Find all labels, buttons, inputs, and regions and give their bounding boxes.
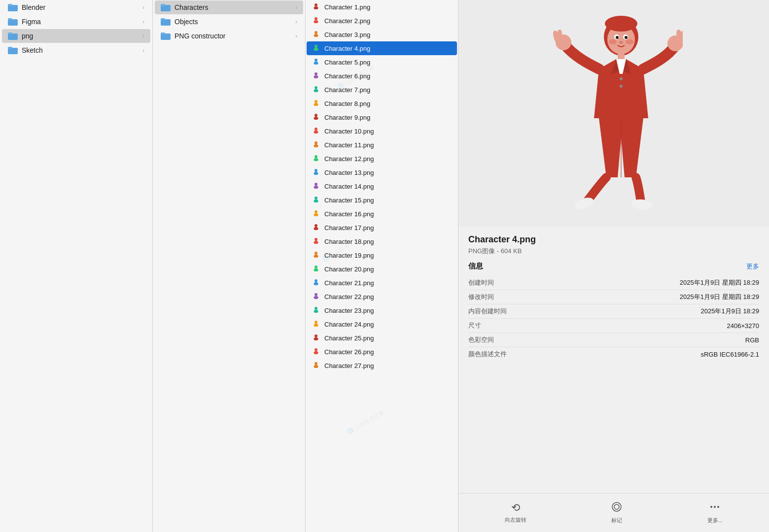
sidebar-item-characters[interactable]: Characters › xyxy=(155,0,303,14)
file-label: Character 21.png xyxy=(324,279,374,287)
file-title: Character 4.png xyxy=(468,234,759,245)
file-label: Character 25.png xyxy=(324,334,374,342)
file-item-char15[interactable]: Character 15.png xyxy=(307,193,457,207)
file-item-char27[interactable]: Character 27.png xyxy=(307,359,457,372)
file-item-char21[interactable]: Character 21.png xyxy=(307,276,457,290)
file-icon xyxy=(312,333,320,342)
file-item-char26[interactable]: Character 26.png xyxy=(307,345,457,359)
svg-point-14 xyxy=(315,3,317,6)
file-item-char5[interactable]: Character 5.png xyxy=(307,55,457,69)
info-row-value: sRGB IEC61966-2.1 xyxy=(700,351,759,358)
file-item-char3[interactable]: Character 3.png xyxy=(307,28,457,41)
chevron-icon: › xyxy=(295,33,297,39)
file-item-char10[interactable]: Character 10.png xyxy=(307,124,457,138)
sidebar-item-png-constructor[interactable]: PNG constructor › xyxy=(155,29,303,43)
file-label: Character 22.png xyxy=(324,293,374,300)
file-icon xyxy=(312,71,320,80)
more-actions-label: 更多... xyxy=(707,517,723,524)
info-row-key: 创建时间 xyxy=(468,278,494,287)
info-row: 修改时间2025年1月9日 星期四 18:29 xyxy=(468,290,759,304)
file-label: Character 17.png xyxy=(324,224,374,232)
file-icon xyxy=(312,361,320,370)
rotate-left-button[interactable]: ⟲ 向左旋转 xyxy=(499,499,532,526)
chevron-icon: › xyxy=(142,47,144,53)
file-item-char7[interactable]: Character 7.png xyxy=(307,83,457,97)
col3-scroll[interactable]: Character 1.pngCharacter 2.pngCharacter … xyxy=(306,0,458,532)
file-item-char17[interactable]: Character 17.png xyxy=(307,221,457,234)
sidebar-item-png[interactable]: png › xyxy=(2,29,150,43)
svg-point-66 xyxy=(315,183,317,186)
svg-point-58 xyxy=(315,155,317,158)
file-item-char6[interactable]: Character 6.png xyxy=(307,69,457,83)
file-label: Character 14.png xyxy=(324,183,374,190)
file-item-char11[interactable]: Character 11.png xyxy=(307,138,457,152)
sidebar-item-objects[interactable]: Objects › xyxy=(155,15,303,29)
file-icon xyxy=(312,113,320,122)
svg-point-129 xyxy=(609,39,617,44)
mark-button[interactable]: 标记 xyxy=(605,499,628,526)
file-label: Character 27.png xyxy=(324,362,374,369)
file-item-char25[interactable]: Character 25.png xyxy=(307,331,457,345)
file-item-char9[interactable]: Character 9.png xyxy=(307,110,457,124)
sidebar-item-blender[interactable]: Blender › xyxy=(2,0,150,14)
preview-panel: Character 4.png PNG图像 - 604 KB 信息 更多 创建时… xyxy=(458,0,769,532)
file-item-char8[interactable]: Character 8.png xyxy=(307,97,457,110)
file-icon xyxy=(312,320,320,329)
file-icon xyxy=(312,30,320,39)
file-icon xyxy=(312,99,320,108)
file-item-char23[interactable]: Character 23.png xyxy=(307,303,457,317)
file-item-char12[interactable]: Character 12.png xyxy=(307,152,457,166)
file-item-char2[interactable]: Character 2.png xyxy=(307,14,457,28)
preview-image-area xyxy=(458,0,769,227)
info-rows: 创建时间2025年1月9日 星期四 18:29修改时间2025年1月9日 星期四… xyxy=(468,276,759,361)
file-label: Character 11.png xyxy=(324,141,374,149)
info-row-key: 尺寸 xyxy=(468,321,481,330)
svg-point-94 xyxy=(315,279,317,282)
rotate-left-label: 向左旋转 xyxy=(505,516,526,524)
more-link[interactable]: 更多 xyxy=(746,262,759,271)
svg-rect-5 xyxy=(8,33,12,34)
file-label: Character 12.png xyxy=(324,155,374,163)
svg-point-134 xyxy=(620,85,623,88)
file-item-char1[interactable]: Character 1.png xyxy=(307,0,457,14)
svg-point-50 xyxy=(315,128,317,131)
file-item-char19[interactable]: Character 19.png xyxy=(307,248,457,262)
file-icon xyxy=(312,196,320,204)
file-item-char24[interactable]: Character 24.png xyxy=(307,317,457,331)
more-actions-button[interactable]: 更多... xyxy=(701,499,729,526)
file-item-char22[interactable]: Character 22.png xyxy=(307,290,457,303)
file-label: Character 5.png xyxy=(324,59,370,66)
svg-point-46 xyxy=(315,114,317,117)
chevron-icon: › xyxy=(142,4,144,10)
mark-icon xyxy=(611,501,622,515)
file-item-char13[interactable]: Character 13.png xyxy=(307,166,457,179)
file-item-char16[interactable]: Character 16.png xyxy=(307,207,457,221)
file-label: Character 20.png xyxy=(324,266,374,273)
file-icon xyxy=(312,58,320,66)
svg-point-106 xyxy=(315,321,317,324)
file-item-char18[interactable]: Character 18.png xyxy=(307,234,457,248)
info-row: 色彩空间RGB xyxy=(468,333,759,347)
svg-point-18 xyxy=(315,17,317,20)
file-icon xyxy=(312,140,320,149)
action-bar: ⟲ 向左旋转 标记 xyxy=(458,493,769,532)
file-item-char14[interactable]: Character 14.png xyxy=(307,179,457,193)
col1-scroll[interactable]: Blender › Figma › png › xyxy=(0,0,152,532)
file-icon xyxy=(312,44,320,53)
svg-rect-11 xyxy=(161,18,165,20)
info-row-key: 颜色描述文件 xyxy=(468,350,507,359)
sidebar-item-sketch[interactable]: Sketch › xyxy=(2,43,150,57)
info-row-value: 2406×3270 xyxy=(727,322,759,330)
file-item-char4[interactable]: Character 4.png xyxy=(307,41,457,55)
info-row: 内容创建时间2025年1月9日 18:29 xyxy=(468,304,759,319)
col2-scroll[interactable]: Characters › Objects › PNG constructor › xyxy=(153,0,305,532)
file-item-char20[interactable]: Character 20.png xyxy=(307,262,457,276)
chevron-icon: › xyxy=(142,33,144,39)
svg-point-130 xyxy=(626,39,633,44)
svg-point-62 xyxy=(315,169,317,172)
mark-label: 标记 xyxy=(611,517,622,524)
file-icon xyxy=(312,2,320,11)
sidebar-item-figma[interactable]: Figma › xyxy=(2,15,150,29)
svg-point-145 xyxy=(630,199,653,210)
file-icon xyxy=(312,209,320,218)
